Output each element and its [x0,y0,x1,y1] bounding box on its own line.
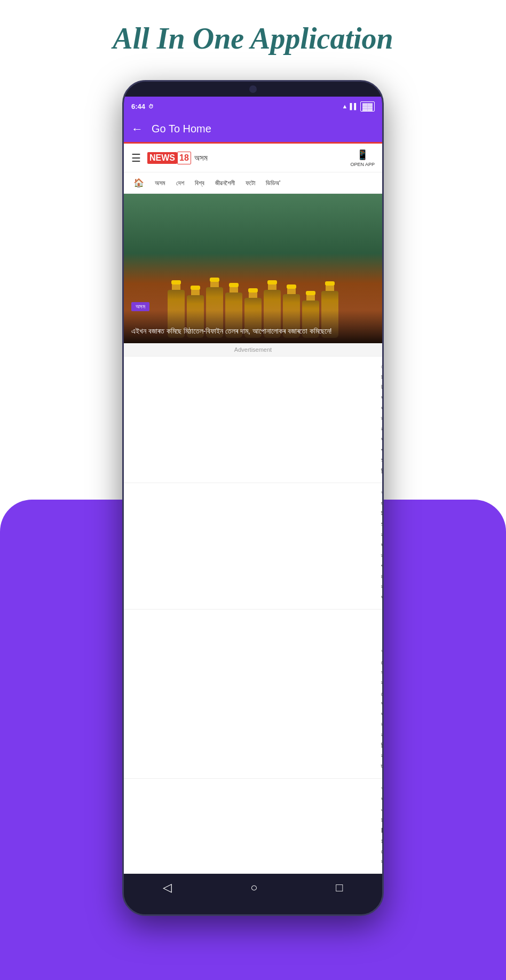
time-display: 6:44 [131,102,145,110]
wifi-icon: ▲ [342,103,348,109]
status-right: ▲ ▌▌ ▓▓ [342,101,375,112]
status-left: 6:44 ⏱ [131,102,154,110]
open-app-label: OPEN APP [350,162,375,167]
dnd-icon: ⏱ [148,104,154,109]
open-app-button[interactable]: 📱 OPEN APP [350,149,375,167]
news-text-1: মণিপুৰত উদ্ৰণ্ডী আক্ৰমণত অসম ৰাইফলছৰ কমা… [381,372,384,476]
news-header: ☰ NEWS18 অসম 📱 OPEN APP [124,144,382,172]
news-item-2[interactable]: অসম থলুৱা বীজৰ সংৰক্ষণৰ বাবে দুটাকে ৰাষ্… [124,483,382,610]
back-button[interactable]: ← [131,122,143,136]
ad-label: Advertisement [234,346,272,353]
phone-bottom-bar [124,902,382,914]
hamburger-menu[interactable]: ☰ [131,152,141,164]
featured-image: অসম এইখন বজাৰত কমিছে মিঠাতেল-বিফাইন তেলৰ… [124,194,382,343]
tab-lifestyle[interactable]: জীৱনশৈলী [210,174,240,192]
phone-top-bar [124,82,382,97]
news18-logo: NEWS18 অসম [147,152,208,164]
nav-home-button[interactable]: ○ [250,881,257,895]
news-content-4: অসম অবৈধ এইৰ মলসীটিলে DNLAৰ ৪৬ কেডাৰ, কৰ… [381,785,384,867]
tab-home[interactable]: 🏠 [128,172,149,193]
empty-space [124,610,382,642]
phone-icon: 📱 [357,149,368,161]
news-text-4: অবৈধ এইৰ মলসীটিলে DNLAৰ ৪৬ কেডাৰ, কৰিলে [381,794,384,867]
nav-back-button[interactable]: ◁ [163,881,172,895]
news-text-2: থলুৱা বীজৰ সংৰক্ষণৰ বাবে দুটাকে ৰাষ্ট্ৰী… [381,499,384,603]
news-content-2: অসম থলুৱা বীজৰ সংৰক্ষণৰ বাবে দুটাকে ৰাষ্… [381,489,384,603]
featured-image-container[interactable]: অসম এইখন বজাৰত কমিছে মিঠাতেল-বিফাইন তেলৰ… [124,194,382,343]
news-text-3: মোৰ শৰীৰত কংগ্ৰেছৰ তেজ আছে, আমৃত্যু কংগ্… [381,657,384,772]
signal-icon: ▌▌ [350,103,358,109]
tab-video[interactable]: ভিডিঅ' [260,174,286,192]
nav-tabs: 🏠 অসম দেশ বিশ্ব জীৱনশৈলী ফটো ভিডিঅ' [124,172,382,194]
tab-bishwa[interactable]: বিশ্ব [189,174,210,192]
app-bar: ← Go To Home [124,116,382,144]
advertisement-bar: Advertisement [124,343,382,357]
news-logo-number: 18 [177,152,191,164]
news-item-4[interactable]: অসম অবৈধ এইৰ মলসীটিলে DNLAৰ ৪৬ কেডাৰ, কৰ… [124,779,382,874]
news-logo-lang: অসম [194,153,208,163]
tab-desh[interactable]: দেশ [171,174,189,192]
page-title: All In One Application [0,0,506,72]
nav-recents-button[interactable]: □ [336,881,343,895]
side-button [382,188,384,220]
news-item-3[interactable]: অসম মোৰ শৰীৰত কংগ্ৰেছৰ তেজ আছে, আমৃত্যু … [124,642,382,779]
news-category-1: দেশ [381,363,384,370]
news-list: দেশ মণিপুৰত উদ্ৰণ্ডী আক্ৰমণত অসম ৰাইফলছৰ… [124,357,382,874]
news-header-left: ☰ NEWS18 অসম [131,152,208,164]
news-item-1[interactable]: দেশ মণিপুৰত উদ্ৰণ্ডী আক্ৰমণত অসম ৰাইফলছৰ… [124,357,382,483]
tab-photo[interactable]: ফটো [240,174,260,192]
tab-assam[interactable]: অসম [149,174,171,192]
phone-mockup: 6:44 ⏱ ▲ ▌▌ ▓▓ ← Go To Home ☰ NEWS18 অসম [122,80,384,916]
status-bar: 6:44 ⏱ ▲ ▌▌ ▓▓ [124,97,382,116]
featured-title: এইখন বজাৰত কমিছে মিঠাতেল-বিফাইন তেলৰ দাম… [124,310,382,343]
front-camera [249,85,257,93]
news-category-3: অসম [381,648,384,655]
news-category-4: অসম [381,785,384,792]
news-logo-text: NEWS [147,152,177,164]
news-content-1: দেশ মণিপুৰত উদ্ৰণ্ডী আক্ৰমণত অসম ৰাইফলছৰ… [381,363,384,476]
battery-icon: ▓▓ [360,101,375,112]
news-content-3: অসম মোৰ শৰীৰত কংগ্ৰেছৰ তেজ আছে, আমৃত্যু … [381,648,384,772]
app-bar-title: Go To Home [152,123,211,135]
bottom-nav: ◁ ○ □ [124,874,382,902]
news-category-2: অসম [381,489,384,496]
phone-frame: 6:44 ⏱ ▲ ▌▌ ▓▓ ← Go To Home ☰ NEWS18 অসম [122,80,384,916]
